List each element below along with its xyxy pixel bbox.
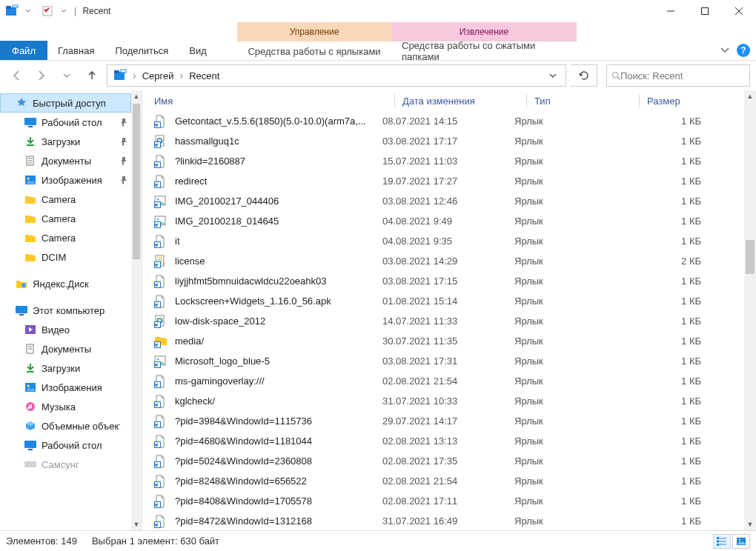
sidebar-item-downloads[interactable]: Загрузки bbox=[0, 358, 131, 378]
sidebar-item-videos[interactable]: Видео bbox=[0, 320, 131, 339]
column-header-date[interactable]: Дата изменения bbox=[382, 90, 514, 111]
close-button[interactable] bbox=[722, 0, 756, 22]
file-date: 30.07.2021 11:35 bbox=[382, 335, 514, 347]
back-button[interactable] bbox=[6, 65, 27, 86]
table-row[interactable]: IMG_20100218_01464504.08.2021 9:49Ярлык1… bbox=[142, 211, 744, 231]
table-row[interactable]: ?pid=3984&WindowId=111573629.07.2021 14:… bbox=[142, 411, 744, 431]
sidebar-item-pictures[interactable]: Изображения bbox=[0, 378, 131, 397]
properties-icon[interactable] bbox=[40, 4, 55, 19]
sidebar-item-camera[interactable]: Camera bbox=[0, 228, 131, 247]
forward-button[interactable] bbox=[31, 65, 52, 86]
view-tab[interactable]: Вид bbox=[179, 41, 217, 60]
sidebar-item-desktop[interactable]: Рабочий стол bbox=[0, 435, 131, 455]
file-date: 02.08.2021 21:54 bbox=[382, 475, 514, 487]
chevron-down-icon[interactable] bbox=[720, 46, 729, 55]
address-bar[interactable]: › Сергей › Recent bbox=[107, 64, 566, 87]
breadcrumb-chevron-icon[interactable]: › bbox=[178, 70, 185, 81]
column-header-type[interactable]: Тип bbox=[514, 90, 627, 111]
table-row[interactable]: ?linkid=216088715.07.2021 11:03Ярлык1 КБ bbox=[142, 151, 744, 171]
file-tab[interactable]: Файл bbox=[0, 41, 47, 60]
table-row[interactable]: ?pid=8472&WindowId=131216831.07.2021 16:… bbox=[142, 511, 744, 530]
sidebar-scrollbar[interactable]: ▲ ▼ bbox=[131, 90, 142, 530]
file-name: IMG_20100217_044406 bbox=[175, 196, 279, 207]
sidebar-item-downloads[interactable]: Загрузки bbox=[0, 132, 131, 151]
up-button[interactable] bbox=[82, 65, 102, 86]
details-view-button[interactable] bbox=[713, 534, 731, 549]
explorer-icon[interactable] bbox=[109, 65, 131, 86]
sidebar-item-documents[interactable]: Документы bbox=[0, 151, 131, 170]
sidebar-item-pictures[interactable]: Изображения bbox=[0, 170, 131, 190]
sidebar-item-this-pc[interactable]: Этот компьютер bbox=[0, 301, 131, 320]
file-icon bbox=[154, 355, 168, 368]
video-icon bbox=[24, 323, 37, 336]
breadcrumb-seg-user[interactable]: Сергей bbox=[138, 65, 179, 86]
minimize-button[interactable] bbox=[654, 0, 688, 22]
address-dropdown-icon[interactable] bbox=[542, 65, 564, 86]
file-icon bbox=[154, 215, 168, 228]
share-tab[interactable]: Поделиться bbox=[105, 41, 179, 60]
search-input[interactable] bbox=[620, 70, 745, 81]
table-row[interactable]: Microsoft_logo_blue-503.08.2021 17:31Ярл… bbox=[142, 351, 744, 371]
sidebar-item-label: Загрузки bbox=[42, 363, 80, 374]
sidebar-item-desktop[interactable]: Рабочий стол bbox=[0, 113, 131, 132]
table-row[interactable]: it04.08.2021 9:35Ярлык1 КБ bbox=[142, 231, 744, 251]
search-box[interactable] bbox=[606, 64, 750, 87]
table-row[interactable]: license03.08.2021 14:29Ярлык2 КБ bbox=[142, 251, 744, 271]
sidebar-item-camera[interactable]: Camera bbox=[0, 209, 131, 228]
table-row[interactable]: low-disk-space_201214.07.2021 11:33Ярлык… bbox=[142, 311, 744, 331]
scroll-down-icon[interactable]: ▼ bbox=[744, 518, 756, 530]
sidebar-item-music[interactable]: Музыка bbox=[0, 397, 131, 416]
table-row[interactable]: Lockscreen+Widgets_1.16.0_56.apk01.08.20… bbox=[142, 291, 744, 311]
file-size: 1 КБ bbox=[627, 355, 707, 367]
scroll-up-icon[interactable]: ▲ bbox=[744, 90, 756, 102]
sidebar-item-3d-objects[interactable]: Объемные объекты bbox=[0, 416, 131, 435]
content-scrollbar[interactable]: ▲ ▼ bbox=[744, 90, 756, 530]
table-row[interactable]: ?pid=8408&WindowId=170557802.08.2021 17:… bbox=[142, 491, 744, 511]
scroll-up-icon[interactable]: ▲ bbox=[131, 90, 142, 102]
file-icon bbox=[154, 115, 168, 128]
thumbnails-view-button[interactable] bbox=[732, 534, 750, 549]
file-size: 1 КБ bbox=[627, 196, 707, 207]
table-row[interactable]: redirect19.07.2021 17:27Ярлык1 КБ bbox=[142, 171, 744, 191]
table-row[interactable]: IMG_20100217_04440603.08.2021 12:46Ярлык… bbox=[142, 191, 744, 211]
context-tab-shortcut-tools[interactable]: Средства работы с ярлыками bbox=[237, 41, 391, 61]
refresh-button[interactable] bbox=[571, 64, 597, 87]
table-row[interactable]: ?pid=4680&WindowId=118104402.08.2021 13:… bbox=[142, 431, 744, 451]
table-row[interactable]: ms-gamingoverlay:///02.08.2021 21:54Ярлы… bbox=[142, 371, 744, 391]
scroll-down-icon[interactable]: ▼ bbox=[131, 518, 142, 530]
chevron-down-icon[interactable] bbox=[56, 4, 71, 19]
table-row[interactable]: liyjjhfmt5bmnuidacwldcu22oeahk0303.08.20… bbox=[142, 271, 744, 291]
table-row[interactable]: kglcheck/31.07.2021 10:33Ярлык1 КБ bbox=[142, 391, 744, 411]
scroll-thumb[interactable] bbox=[746, 240, 755, 274]
sidebar-item-quick-access[interactable]: Быстрый доступ bbox=[0, 93, 131, 113]
help-icon[interactable]: ? bbox=[737, 44, 750, 57]
file-type: Ярлык bbox=[514, 236, 627, 247]
cube-icon bbox=[24, 419, 37, 433]
table-row[interactable]: Getcontact_v.5.5.6(1850)(5.0-10.0)(arm7a… bbox=[142, 111, 744, 131]
sidebar-item-label: Этот компьютер bbox=[33, 305, 105, 316]
svg-rect-10 bbox=[121, 70, 126, 73]
scroll-thumb[interactable] bbox=[133, 104, 140, 259]
svg-rect-33 bbox=[24, 461, 36, 467]
sidebar-item-documents[interactable]: Документы bbox=[0, 339, 131, 358]
breadcrumb-seg-recent[interactable]: Recent bbox=[185, 65, 224, 86]
table-row[interactable]: ?pid=8248&WindowId=65652202.08.2021 21:5… bbox=[142, 471, 744, 491]
home-tab[interactable]: Главная bbox=[47, 41, 105, 60]
recent-locations-button[interactable] bbox=[56, 65, 77, 86]
file-icon bbox=[154, 175, 168, 188]
context-tab-compressed-tools[interactable]: Средства работы со сжатыми папками bbox=[391, 41, 577, 61]
status-item-count: Элементов: 149 bbox=[6, 535, 77, 547]
breadcrumb-chevron-icon[interactable]: › bbox=[131, 70, 138, 81]
table-row[interactable]: media/30.07.2021 11:35Ярлык1 КБ bbox=[142, 331, 744, 351]
maximize-button[interactable] bbox=[688, 0, 722, 22]
sidebar-item-yandex-disk[interactable]: Яндекс.Диск bbox=[0, 274, 131, 293]
chevron-down-icon[interactable] bbox=[21, 4, 36, 19]
file-date: 03.08.2021 17:15 bbox=[382, 276, 514, 287]
sidebar-item-samsung[interactable]: Самсунг bbox=[0, 455, 131, 474]
sidebar-item-camera[interactable]: Camera bbox=[0, 190, 131, 209]
table-row[interactable]: hassmallguq1c03.08.2021 17:17Ярлык1 КБ bbox=[142, 131, 744, 151]
column-header-size[interactable]: Размер bbox=[627, 90, 707, 111]
table-row[interactable]: ?pid=5024&WindowId=236080802.08.2021 17:… bbox=[142, 451, 744, 471]
sidebar-item-dcim[interactable]: DCIM bbox=[0, 247, 131, 267]
file-icon bbox=[154, 515, 168, 528]
